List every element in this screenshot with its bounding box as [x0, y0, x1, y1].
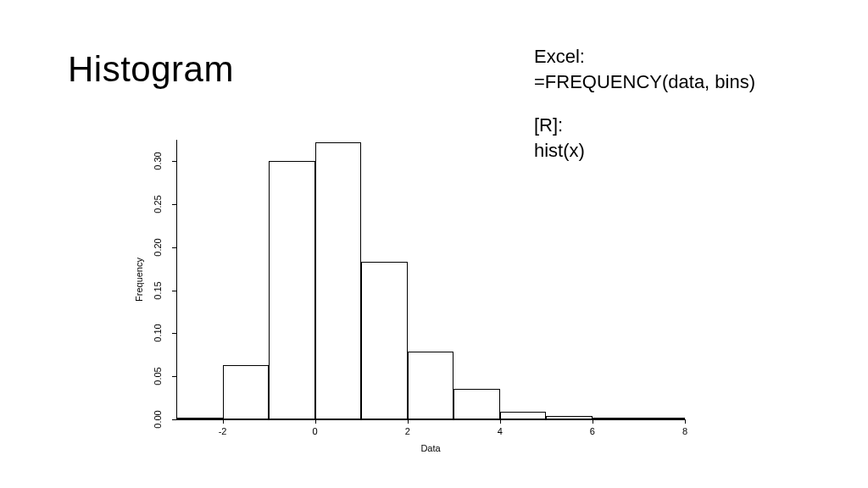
- excel-annotation: Excel: =FREQUENCY(data, bins): [534, 44, 755, 94]
- y-tick-label: 0.20: [153, 238, 163, 256]
- y-tick: [172, 204, 176, 205]
- page-title: Histogram: [68, 49, 234, 90]
- y-tick-label: 0.25: [153, 195, 163, 213]
- y-tick-label: 0.00: [153, 410, 163, 428]
- x-tick-label: 2: [405, 426, 410, 436]
- histogram-bar: [315, 142, 362, 419]
- histogram-bar: [638, 418, 685, 419]
- bars-container: [176, 140, 685, 419]
- histogram-bar: [500, 412, 547, 419]
- x-tick: [315, 419, 316, 424]
- histogram-bar: [546, 416, 593, 419]
- x-tick-label: -2: [219, 426, 227, 436]
- histogram-chart: Data Frequency -2024680.000.050.100.150.…: [127, 131, 712, 453]
- histogram-bar: [453, 389, 500, 419]
- y-tick-label: 0.05: [153, 368, 163, 385]
- histogram-bar: [408, 352, 454, 419]
- plot-region: Data Frequency -2024680.000.050.100.150.…: [176, 140, 685, 419]
- x-tick: [408, 419, 409, 424]
- histogram-bar: [593, 418, 639, 419]
- y-tick: [172, 419, 176, 420]
- x-axis: [176, 419, 685, 420]
- x-tick-label: 0: [313, 426, 318, 436]
- y-tick-label: 0.10: [153, 324, 163, 342]
- y-tick: [172, 291, 176, 291]
- slide: Histogram Excel: =FREQUENCY(data, bins) …: [0, 0, 868, 488]
- y-tick-label: 0.15: [153, 281, 163, 299]
- histogram-bar: [223, 365, 270, 419]
- histogram-bar: [269, 161, 315, 419]
- x-tick: [500, 419, 501, 424]
- y-axis-label: Frequency: [134, 258, 144, 302]
- y-tick-label: 0.30: [153, 152, 163, 170]
- histogram-bar: [361, 262, 408, 419]
- excel-formula: =FREQUENCY(data, bins): [534, 69, 755, 95]
- excel-label: Excel:: [534, 44, 755, 69]
- y-tick: [172, 376, 176, 377]
- x-tick: [223, 419, 224, 424]
- x-tick-label: 8: [682, 426, 687, 436]
- x-tick: [593, 419, 593, 424]
- y-tick: [172, 247, 176, 248]
- x-tick: [685, 419, 686, 424]
- y-tick: [172, 333, 176, 334]
- x-tick-label: 4: [498, 426, 503, 436]
- x-axis-label: Data: [420, 443, 440, 453]
- y-tick: [172, 161, 176, 162]
- x-tick-label: 6: [590, 426, 595, 436]
- histogram-bar: [176, 418, 223, 419]
